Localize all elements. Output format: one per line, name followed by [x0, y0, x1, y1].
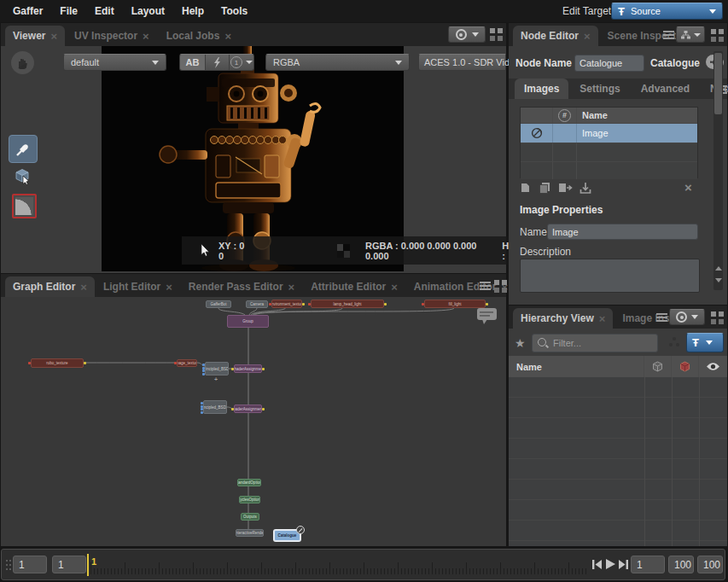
viewer-focus-menu-button[interactable] — [448, 26, 486, 43]
graph-node-outputs[interactable]: Outputs — [241, 513, 259, 521]
empty-row[interactable] — [521, 161, 697, 179]
tab-label: Attribute Editor — [311, 281, 386, 293]
color-sampler-tool-button[interactable] — [9, 135, 38, 163]
display-transform-button[interactable]: ACES 1.0 - SDR Vide — [418, 54, 506, 71]
geometry-inspect-tool-button[interactable] — [9, 162, 36, 189]
graph-canvas[interactable]: GafferBotCameraenvironment_texturelamp_h… — [1, 297, 506, 546]
scroll-up-icon[interactable] — [715, 266, 722, 271]
close-icon[interactable]: × — [599, 313, 606, 324]
skip-to-start-icon[interactable] — [591, 559, 603, 570]
tab-menu-icon[interactable] — [663, 31, 674, 39]
description-textarea[interactable] — [520, 259, 700, 293]
close-icon[interactable]: × — [501, 282, 508, 293]
graph-node-shaderassignment1[interactable]: ShaderAssignment1 — [234, 404, 262, 413]
tab-viewer[interactable]: Viewer× — [5, 26, 65, 46]
graph-node-robo_texture[interactable]: robo_texture — [31, 358, 84, 368]
image-row[interactable]: Image — [521, 123, 697, 143]
tab-uv-inspector[interactable]: UV Inspector× — [67, 26, 157, 46]
subtab-images[interactable]: Images — [515, 79, 568, 99]
pan-hand-button[interactable] — [11, 51, 34, 74]
menu-gaffer[interactable]: Gaffer — [13, 5, 43, 17]
menu-layout[interactable]: Layout — [131, 5, 165, 17]
hierarchy-rows[interactable] — [509, 377, 727, 546]
skip-to-end-icon[interactable] — [618, 559, 629, 570]
graph-node-standardoptions[interactable]: StandardOptions — [237, 479, 261, 486]
close-icon[interactable]: × — [288, 282, 295, 293]
export-image-icon[interactable] — [558, 182, 573, 194]
extract-image-icon[interactable] — [579, 182, 591, 195]
range-end-outer-field[interactable]: 100 — [697, 556, 723, 573]
graph-node-environment_texture[interactable]: environment_texture — [271, 300, 302, 308]
scroll-down-icon[interactable] — [715, 278, 722, 282]
menu-tools[interactable]: Tools — [221, 5, 248, 17]
wipe-select-button[interactable]: 1 — [229, 55, 253, 70]
shader-input-port — [201, 408, 203, 410]
empty-row[interactable] — [521, 143, 697, 161]
viewer-view-select[interactable]: default — [63, 54, 166, 71]
annotation-note-icon[interactable] — [476, 307, 498, 326]
tab-local-jobs[interactable]: Local Jobs× — [159, 26, 239, 46]
new-image-icon[interactable] — [520, 182, 532, 194]
play-icon[interactable] — [604, 558, 616, 570]
tab-hierarchy-view[interactable]: Hierarchy View× — [513, 308, 613, 329]
graph-node-lamp_head_light[interactable]: lamp_head_light — [311, 300, 384, 308]
graph-node-principled_bsdf1[interactable]: principled_BSDF1 — [203, 400, 227, 414]
subtab-advanced[interactable]: Advanced — [632, 79, 699, 99]
layout-grid-icon[interactable] — [711, 311, 716, 317]
graph-node-camera[interactable]: Camera — [246, 300, 268, 308]
node-editor-scrollbar[interactable] — [713, 51, 723, 290]
filter-input[interactable]: Filter... — [532, 334, 658, 352]
hierarchy-pin-dropdown[interactable]: Ŧ — [686, 333, 724, 352]
hierarchy-focus-menu-button[interactable] — [669, 309, 705, 325]
menu-edit[interactable]: Edit — [95, 5, 114, 17]
cursor-icon — [201, 243, 210, 258]
menu-help[interactable]: Help — [182, 5, 204, 17]
close-icon[interactable]: × — [166, 282, 172, 293]
layout-grid-icon[interactable] — [490, 28, 495, 33]
close-icon[interactable]: × — [391, 282, 398, 293]
layout-grid-icon[interactable] — [711, 29, 716, 34]
tab-light-editor[interactable]: Light Editor× — [96, 276, 180, 297]
close-icon[interactable]: × — [584, 31, 591, 42]
layout-grid-icon[interactable] — [494, 280, 499, 285]
close-icon[interactable]: × — [50, 31, 57, 42]
close-icon[interactable]: × — [224, 31, 231, 42]
bookmark-star-icon[interactable]: ★ — [515, 336, 526, 350]
edit-target-dropdown[interactable]: Ŧ Source — [611, 3, 723, 20]
close-icon[interactable]: × — [143, 31, 149, 42]
graph-node-shaderassignment[interactable]: ShaderAssignment — [234, 364, 262, 373]
ruler-tick — [186, 568, 187, 574]
menu-file[interactable]: File — [60, 5, 78, 17]
close-icon[interactable]: × — [80, 282, 87, 293]
tab-menu-icon[interactable] — [656, 313, 667, 322]
compare-ab-button[interactable]: AB — [180, 55, 205, 70]
exposure-button[interactable] — [205, 55, 229, 70]
graph-node-interactiverender[interactable]: InteractiveRender — [236, 529, 264, 537]
graph-node-principled_bsdf[interactable]: principled_BSDF — [205, 362, 229, 375]
crop-window-tool-button[interactable] — [12, 194, 37, 218]
image-name-input[interactable]: Image — [547, 224, 698, 240]
current-frame-field[interactable]: 1 — [631, 556, 665, 573]
frame-ruler[interactable] — [2, 550, 591, 581]
visibility-eye-icon[interactable] — [706, 362, 720, 371]
graph-node-image_texture[interactable]: image_texture — [177, 359, 197, 367]
graph-node-gafferbot[interactable]: GafferBot — [206, 300, 231, 308]
tab-render-pass-editor[interactable]: Render Pass Editor× — [181, 276, 302, 297]
node-editor-mode-button[interactable] — [676, 26, 705, 43]
duplicate-image-icon[interactable] — [539, 182, 551, 194]
exclude-cube-icon[interactable] — [678, 360, 691, 373]
tab-attribute-editor[interactable]: Attribute Editor× — [303, 276, 405, 297]
graph-node-group[interactable]: Group — [227, 315, 269, 328]
add-input-icon[interactable]: + — [214, 376, 218, 382]
subtab-settings[interactable]: Settings — [570, 79, 629, 99]
tab-graph-editor[interactable]: Graph Editor× — [5, 276, 95, 297]
graph-node-cyclesoptions[interactable]: CyclesOptions — [239, 496, 260, 503]
tab-menu-icon[interactable] — [480, 282, 491, 290]
range-end-field[interactable]: 100 — [668, 556, 694, 573]
remove-image-icon[interactable]: × — [684, 180, 692, 195]
tab-node-editor[interactable]: Node Editor× — [513, 26, 598, 46]
channel-select[interactable]: RGBA — [265, 54, 410, 71]
current-frame-value: 1 — [637, 559, 643, 571]
bound-cube-icon[interactable] — [651, 360, 664, 373]
node-name-input[interactable]: Catalogue — [574, 55, 644, 72]
